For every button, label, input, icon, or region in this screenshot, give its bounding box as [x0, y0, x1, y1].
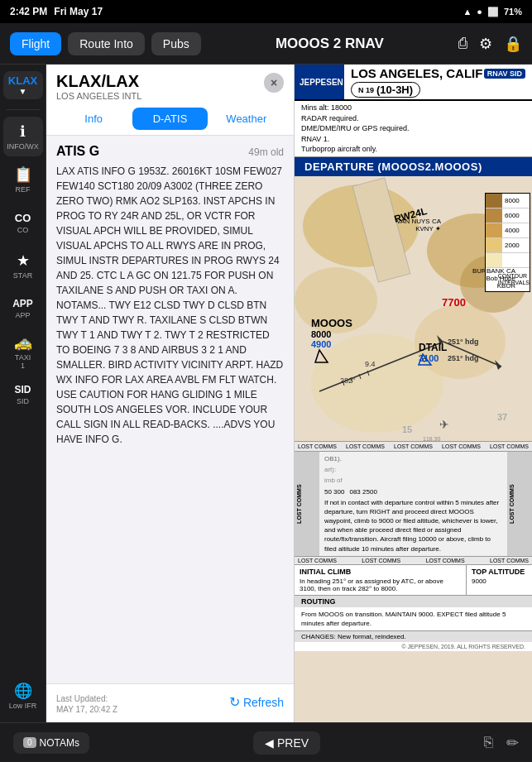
bottom-toolbar: 0 NOTAMs ◀ PREV ⎘ ✏: [0, 722, 532, 762]
sidebar-airport-selector[interactable]: KLAX ▼: [3, 71, 43, 99]
atis-tabs: Info D-ATIS Weather: [56, 108, 284, 130]
route-into-button[interactable]: Route Into: [68, 32, 145, 55]
alt-label-2000: 2000: [502, 242, 520, 249]
initial-climb-content: INITIAL CLIMB In heading 251° or as assi…: [295, 565, 466, 595]
atis-content: ATIS G 49m old LAX ATIS INFO G 1953Z. 26…: [46, 136, 294, 683]
sid-icon: SID: [14, 384, 31, 395]
wifi-icon: ▲: [463, 7, 472, 17]
star-icon: ★: [17, 252, 30, 270]
departure-label: DEPARTURE (MOOOS2.MOOOS): [295, 157, 532, 176]
flight-button[interactable]: Flight: [10, 32, 61, 55]
pubs-button[interactable]: Pubs: [151, 32, 201, 55]
lost-comms-climb: imb of: [324, 476, 501, 485]
mooos-waypoint: MOOOS 8000 4900: [311, 317, 352, 349]
svg-text:118.30: 118.30: [423, 436, 441, 441]
status-right: ▲ ● ⬜ 71%: [463, 7, 522, 17]
svg-text:15: 15: [402, 424, 412, 434]
prev-button[interactable]: ◀ PREV: [253, 731, 320, 755]
co-icon: CO: [15, 212, 31, 224]
sidebar-item-ref[interactable]: 📋 REF: [3, 160, 43, 199]
airport-name: LOS ANGELES INTL: [56, 91, 141, 101]
alt-color-8000: [486, 194, 502, 208]
alt-color-2000: [486, 238, 502, 252]
changes-row: CHANGES: New format, reindexed.: [295, 630, 532, 642]
req-line-4: RNAV 1.: [301, 134, 525, 145]
left-sidebar: KLAX ▼ ℹ INFO/WX 📋 REF CO CO ★ STAR APP …: [0, 65, 46, 722]
lost-comms-text: If not in contact with departure control…: [324, 498, 501, 554]
atis-text: LAX ATIS INFO G 1953Z. 26016KT 10SM FEW0…: [56, 164, 284, 447]
sidebar-item-info-wx[interactable]: ℹ INFO/WX: [3, 117, 43, 156]
sidebar-item-low-ifr[interactable]: 🌐 Low IFR: [3, 676, 43, 716]
alt-color-4000: [486, 223, 502, 237]
signal-icon: ●: [477, 7, 482, 17]
chart-bottom: LOST COMMS LOST COMMS LOST COMMS LOST CO…: [295, 441, 532, 651]
sidebar-item-app[interactable]: APP APP: [3, 289, 43, 328]
status-left: 2:42 PM Fri May 17: [10, 6, 103, 17]
prev-arrow-icon: ◀: [265, 736, 274, 750]
copyright-row: © JEPPESEN, 2019. ALL RIGHTS RESERVED.: [295, 642, 532, 651]
atis-footer: Last Updated: MAY 17, 20:42 Z ↻ Refresh: [46, 683, 294, 722]
alt-row-4000: 4000: [486, 223, 530, 238]
sidebar-item-sid[interactable]: SID SID: [3, 375, 43, 415]
dtail-name: DTAIL: [419, 342, 447, 353]
bottom-right-icons: ⎘ ✏: [484, 734, 519, 752]
chart-requirements: Mins alt: 18000 RADAR required. DME/DME/…: [295, 101, 532, 157]
sidebar-item-taxi[interactable]: 🚕 TAXI1: [3, 332, 43, 371]
atis-code: ATIS G: [56, 144, 99, 159]
heading-label-2: 251° hdg: [448, 354, 479, 362]
edit-icon[interactable]: ✏: [506, 734, 519, 752]
chart-header-info: LOS ANGELES, CALIF RNAV SID N 19 (10-3H): [344, 65, 532, 99]
refresh-button[interactable]: ↻ Refresh: [229, 694, 284, 710]
mooos-alt2: 4900: [311, 339, 352, 349]
notams-button[interactable]: 0 NOTAMs: [13, 732, 89, 754]
alt-label-6000: 6000: [502, 212, 520, 219]
copy-icon[interactable]: ⎘: [484, 734, 493, 751]
alt-row-2000: 2000: [486, 238, 530, 253]
airport-info: KLAX/LAX LOS ANGELES INTL: [56, 73, 141, 101]
svg-text:9.4: 9.4: [365, 360, 376, 368]
top-altitude-section: TOP ALTITUDE 9000: [466, 565, 532, 595]
close-button[interactable]: ×: [264, 73, 284, 93]
bookmark-icon[interactable]: ⎙: [458, 35, 467, 52]
nav-icons: ⎙ ⚙ 🔒: [458, 35, 522, 53]
svg-text:✈: ✈: [439, 418, 449, 431]
routing-text: From MOOOS on transition. MAINTAIN 9000.…: [295, 607, 532, 630]
notams-label: NOTAMs: [40, 737, 79, 749]
chart-number: N 19 (10-3H): [351, 82, 420, 98]
notams-count: 0: [23, 737, 36, 748]
chart-area: JEPPESEN LOS ANGELES, CALIF RNAV SID N 1…: [295, 65, 532, 722]
tab-datis[interactable]: D-ATIS: [132, 108, 207, 130]
settings-icon[interactable]: ⚙: [479, 35, 492, 53]
chevron-down-icon: ▼: [7, 87, 40, 96]
top-nav: Flight Route Into Pubs MOOOS 2 RNAV ⎙ ⚙ …: [0, 23, 532, 65]
lock-icon[interactable]: 🔒: [504, 35, 522, 53]
info-icon: ℹ: [20, 122, 26, 141]
alt-label-8000: 8000: [502, 197, 520, 204]
atis-header-top: KLAX/LAX LOS ANGELES INTL ×: [56, 73, 284, 101]
tab-info[interactable]: Info: [56, 108, 131, 130]
lost-comms-part: art):: [324, 465, 501, 474]
chart-visual: 9.4 282° 37 15 ✈ 118.30 8000: [295, 176, 532, 441]
airport-code-label: KLAX: [7, 74, 40, 87]
mooos-alt1: 8000: [311, 329, 352, 339]
mooos-name: MOOOS: [311, 317, 352, 329]
req-line-2: RADAR required.: [301, 113, 525, 124]
lost-comms-labels-row: LOST COMMS LOST COMMS LOST COMMS LOST CO…: [295, 442, 532, 452]
globe-icon: 🌐: [14, 682, 32, 700]
sidebar-item-co[interactable]: CO CO: [3, 203, 43, 242]
sidebar-item-star[interactable]: ★ STAR: [3, 246, 43, 285]
taxi-icon: 🚕: [14, 333, 32, 352]
app-icon: APP: [12, 298, 33, 309]
dtail-alt: 3100: [419, 353, 447, 363]
alt-row-blank: [486, 253, 530, 268]
top-altitude-header: TOP ALTITUDE: [472, 568, 527, 576]
refresh-icon: ↻: [229, 694, 240, 710]
atis-header: KLAX/LAX LOS ANGELES INTL × Info D-ATIS …: [46, 65, 294, 136]
sidebar-divider: [7, 109, 40, 110]
tab-weather[interactable]: Weather: [209, 108, 284, 130]
initial-climb-header: INITIAL CLIMB: [300, 568, 461, 576]
svg-text:282°: 282°: [340, 376, 356, 385]
status-bar: 2:42 PM Fri May 17 ▲ ● ⬜ 71%: [0, 0, 532, 23]
alt-label-4000: 4000: [502, 227, 520, 234]
lost-comms-side-right: LOST COMMS: [507, 452, 532, 556]
